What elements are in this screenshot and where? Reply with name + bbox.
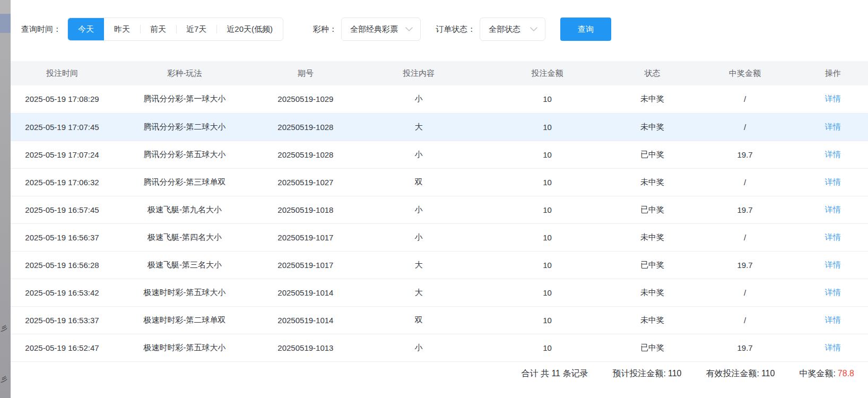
bet-time-cell: 2025-05-19 16:56:37: [11, 223, 114, 251]
game-play-cell: 腾讯分分彩-第一球大小: [114, 85, 256, 113]
detail-link[interactable]: 详情: [825, 150, 841, 159]
bet-time-cell: 2025-05-19 17:06:32: [11, 168, 114, 196]
chevron-down-icon: [405, 27, 413, 32]
detail-link[interactable]: 详情: [825, 94, 841, 103]
bet-content-cell: 双: [355, 168, 482, 196]
table-row: 2025-05-19 16:56:37极速飞艇-第四名大小20250519-10…: [11, 223, 868, 251]
bet-amount-cell: 10: [482, 85, 613, 113]
bet-amount-cell: 10: [482, 223, 613, 251]
table-row: 2025-05-19 16:57:45极速飞艇-第九名大小20250519-10…: [11, 196, 868, 223]
chevron-down-icon: [530, 27, 537, 32]
sidebar-strip: 彡 彡: [0, 0, 11, 398]
period-cell: 20250519-1018: [256, 196, 355, 223]
period-cell: 20250519-1013: [256, 334, 355, 361]
column-header-5: 状态: [612, 61, 692, 85]
action-cell: 详情: [797, 168, 868, 196]
game-play-cell: 腾讯分分彩-第二球大小: [114, 113, 256, 141]
column-header-1: 彩种-玩法: [114, 61, 256, 85]
action-cell: 详情: [797, 251, 868, 279]
period-cell: 20250519-1028: [256, 141, 355, 168]
order-status-value: 全部状态: [489, 24, 520, 34]
win-amount-total: 中奖金额:78.8: [799, 368, 854, 379]
order-status-label: 订单状态：: [436, 24, 475, 34]
table-row: 2025-05-19 16:56:28极速飞艇-第三名大小20250519-10…: [11, 251, 868, 279]
action-cell: 详情: [797, 334, 868, 361]
win-amount-cell: /: [692, 279, 798, 306]
action-cell: 详情: [797, 85, 868, 113]
bet-content-cell: 小: [355, 85, 482, 113]
game-play-cell: 极速时时彩-第五球大小: [114, 334, 256, 361]
win-amount-cell: /: [692, 168, 798, 196]
action-cell: 详情: [797, 306, 868, 334]
time-option-2[interactable]: 前天: [140, 18, 176, 40]
action-cell: 详情: [797, 196, 868, 223]
status-cell: 已中奖: [612, 196, 692, 223]
bet-amount-cell: 10: [482, 334, 613, 361]
lottery-type-value: 全部经典彩票: [350, 24, 398, 34]
win-amount-cell: 19.7: [692, 196, 798, 223]
table-header-row: 投注时间彩种-玩法期号投注内容投注金额状态中奖金额操作: [11, 61, 868, 85]
detail-link[interactable]: 详情: [825, 315, 841, 324]
status-cell: 已中奖: [612, 334, 692, 361]
action-cell: 详情: [797, 279, 868, 306]
time-option-4[interactable]: 近20天(低频): [216, 18, 283, 40]
status-cell: 未中奖: [612, 223, 692, 251]
table-row: 2025-05-19 16:52:47极速时时彩-第五球大小20250519-1…: [11, 334, 868, 361]
query-time-label: 查询时间：: [21, 24, 61, 34]
bet-content-cell: 小: [355, 223, 482, 251]
column-header-0: 投注时间: [11, 61, 114, 85]
win-amount-cell: /: [692, 306, 798, 334]
lottery-type-label: 彩种：: [313, 24, 337, 34]
status-cell: 已中奖: [612, 141, 692, 168]
bet-time-cell: 2025-05-19 17:08:29: [11, 85, 114, 113]
bet-content-cell: 大: [355, 251, 482, 279]
table-row: 2025-05-19 17:06:32腾讯分分彩-第三球单双20250519-1…: [11, 168, 868, 196]
sidebar-active-item-edge: [0, 14, 11, 33]
bet-content-cell: 大: [355, 113, 482, 141]
records-tbody: 2025-05-19 17:08:29腾讯分分彩-第一球大小20250519-1…: [11, 85, 868, 361]
game-play-cell: 极速时时彩-第五球大小: [114, 279, 256, 306]
detail-link[interactable]: 详情: [825, 260, 841, 269]
records-table: 投注时间彩种-玩法期号投注内容投注金额状态中奖金额操作 2025-05-19 1…: [11, 61, 868, 362]
bet-time-cell: 2025-05-19 16:56:28: [11, 251, 114, 279]
time-option-1[interactable]: 昨天: [104, 18, 140, 40]
game-play-cell: 极速时时彩-第二球单双: [114, 306, 256, 334]
status-cell: 未中奖: [612, 168, 692, 196]
bet-amount-cell: 10: [482, 113, 613, 141]
table-row: 2025-05-19 17:08:29腾讯分分彩-第一球大小20250519-1…: [11, 85, 868, 113]
status-cell: 未中奖: [612, 306, 692, 334]
filter-bar: 查询时间： 今天昨天前天近7天近20天(低频) 彩种： 全部经典彩票 订单状态：…: [21, 18, 868, 41]
bet-content-cell: 小: [355, 196, 482, 223]
detail-link[interactable]: 详情: [825, 288, 841, 297]
period-cell: 20250519-1028: [256, 113, 355, 141]
game-play-cell: 腾讯分分彩-第五球大小: [114, 141, 256, 168]
action-cell: 详情: [797, 223, 868, 251]
time-option-3[interactable]: 近7天: [176, 18, 216, 40]
expected-bet-total: 预计投注金额:110: [612, 368, 681, 379]
total-records: 合计 共 11 条记录: [522, 368, 588, 379]
detail-link[interactable]: 详情: [825, 343, 841, 352]
detail-link[interactable]: 详情: [825, 177, 841, 186]
detail-link[interactable]: 详情: [825, 122, 841, 131]
status-cell: 未中奖: [612, 85, 692, 113]
time-option-0[interactable]: 今天: [68, 18, 104, 40]
table-row: 2025-05-19 17:07:24腾讯分分彩-第五球大小20250519-1…: [11, 141, 868, 168]
status-cell: 已中奖: [612, 251, 692, 279]
bet-amount-cell: 10: [482, 279, 613, 306]
period-cell: 20250519-1027: [256, 168, 355, 196]
bet-time-cell: 2025-05-19 16:53:37: [11, 306, 114, 334]
bet-amount-cell: 10: [482, 306, 613, 334]
search-button[interactable]: 查询: [560, 18, 611, 41]
game-play-cell: 腾讯分分彩-第三球单双: [114, 168, 256, 196]
detail-link[interactable]: 详情: [825, 205, 841, 214]
bet-amount-cell: 10: [482, 251, 613, 279]
column-header-2: 期号: [256, 61, 355, 85]
lottery-type-select[interactable]: 全部经典彩票: [341, 18, 421, 41]
detail-link[interactable]: 详情: [825, 232, 841, 241]
bet-amount-cell: 10: [482, 141, 613, 168]
bet-amount-cell: 10: [482, 196, 613, 223]
order-status-select[interactable]: 全部状态: [480, 18, 545, 41]
action-cell: 详情: [797, 141, 868, 168]
bet-content-cell: 小: [355, 141, 482, 168]
status-cell: 未中奖: [612, 113, 692, 141]
